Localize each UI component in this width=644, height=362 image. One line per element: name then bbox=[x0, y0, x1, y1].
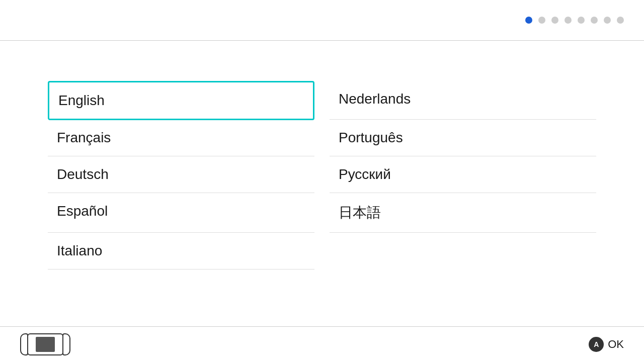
language-item-italiano[interactable]: Italiano bbox=[48, 233, 314, 269]
language-label-francais: Français bbox=[57, 130, 111, 145]
language-item-francais[interactable]: Français bbox=[48, 120, 314, 156]
a-button-label: A bbox=[594, 340, 599, 348]
language-item-japanese[interactable]: 日本語 bbox=[330, 193, 596, 233]
switch-body-icon bbox=[27, 333, 63, 355]
language-label-deutsch: Deutsch bbox=[57, 166, 109, 182]
language-label-english: English bbox=[58, 93, 105, 108]
ok-label: OK bbox=[608, 338, 624, 351]
language-item-deutsch[interactable]: Deutsch bbox=[48, 156, 314, 193]
step-dot-3 bbox=[551, 17, 558, 24]
language-label-nederlands: Nederlands bbox=[339, 91, 411, 107]
language-item-portugues[interactable]: Português bbox=[330, 120, 596, 156]
language-label-russian: Русский bbox=[339, 166, 391, 182]
language-item-nederlands[interactable]: Nederlands bbox=[330, 81, 596, 120]
step-dot-5 bbox=[578, 17, 585, 24]
language-item-espanol[interactable]: Español bbox=[48, 193, 314, 233]
step-dot-7 bbox=[604, 17, 611, 24]
step-dots bbox=[525, 17, 624, 24]
language-item-russian[interactable]: Русский bbox=[330, 156, 596, 193]
joycon-right-icon bbox=[62, 333, 70, 355]
top-bar bbox=[0, 0, 644, 40]
step-dot-4 bbox=[565, 17, 572, 24]
language-grid: English Nederlands Français Português De… bbox=[48, 81, 596, 269]
a-button-icon: A bbox=[589, 337, 604, 352]
step-dot-1 bbox=[525, 17, 532, 24]
ok-button[interactable]: A OK bbox=[589, 337, 624, 352]
step-dot-6 bbox=[591, 17, 598, 24]
language-label-italiano: Italiano bbox=[57, 243, 102, 258]
step-dot-8 bbox=[617, 17, 624, 24]
language-label-japanese: 日本語 bbox=[339, 205, 381, 220]
empty-cell bbox=[330, 233, 596, 269]
switch-icon bbox=[20, 333, 70, 355]
language-item-english[interactable]: English bbox=[48, 81, 314, 120]
main-content: English Nederlands Français Português De… bbox=[0, 41, 644, 327]
step-dot-2 bbox=[538, 17, 545, 24]
switch-screen-icon bbox=[36, 337, 55, 352]
language-label-espanol: Español bbox=[57, 203, 108, 219]
bottom-bar: A OK bbox=[0, 327, 644, 362]
language-label-portugues: Português bbox=[339, 130, 403, 145]
